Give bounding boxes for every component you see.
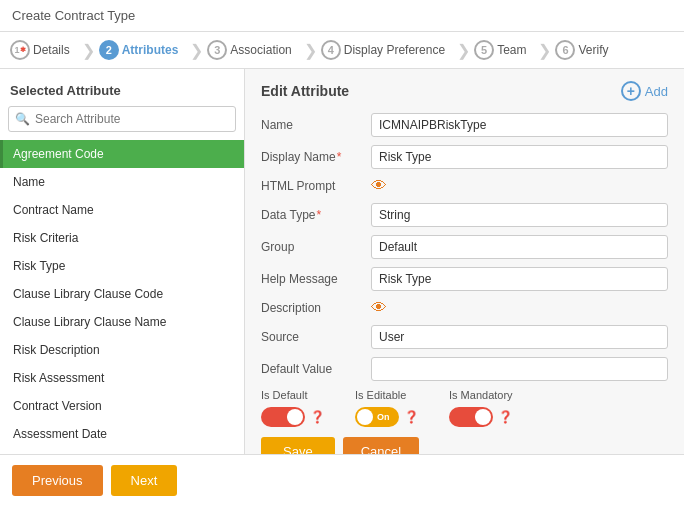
eye-icon-html[interactable]: 👁 xyxy=(371,177,387,194)
data-type-select[interactable]: String xyxy=(371,203,668,227)
step-3[interactable]: 3 Association xyxy=(207,40,299,60)
step-6[interactable]: 6 Verify xyxy=(555,40,616,60)
save-button[interactable]: Save xyxy=(261,437,335,454)
step-badge-6: 6 xyxy=(555,40,575,60)
right-panel: Edit Attribute + Add Name Display Name* xyxy=(245,69,684,454)
is-editable-help-icon[interactable]: ❓ xyxy=(404,410,419,424)
field-source: Source User xyxy=(261,325,668,349)
is-default-state: Off xyxy=(287,412,300,422)
step-badge-1: 1✱ xyxy=(10,40,30,60)
is-editable-label: Is Editable xyxy=(355,389,419,401)
page-title: Create Contract Type xyxy=(0,0,684,32)
divider-1: ❯ xyxy=(82,41,95,60)
list-item[interactable]: Risk Type xyxy=(0,252,244,280)
step-badge-4: 4 xyxy=(321,40,341,60)
attribute-list: Agreement Code Name Contract Name Risk C… xyxy=(0,140,244,444)
previous-button[interactable]: Previous xyxy=(12,465,103,496)
is-default-wrap: Off ❓ xyxy=(261,407,325,427)
step-badge-3: 3 xyxy=(207,40,227,60)
divider-4: ❯ xyxy=(457,41,470,60)
data-type-value: String xyxy=(371,203,668,227)
is-mandatory-label: Is Mandatory xyxy=(449,389,513,401)
list-item[interactable]: Risk Assessment xyxy=(0,364,244,392)
toggle-is-default: Is Default Off ❓ xyxy=(261,389,325,427)
footer: Previous Next xyxy=(0,454,684,506)
help-message-input[interactable] xyxy=(371,267,668,291)
name-value xyxy=(371,113,668,137)
source-label: Source xyxy=(261,330,371,344)
group-label: Group xyxy=(261,240,371,254)
cancel-button[interactable]: Cancel xyxy=(343,437,419,454)
toggle-thumb xyxy=(357,409,373,425)
list-item[interactable]: Name xyxy=(0,168,244,196)
step-2[interactable]: 2 Attributes xyxy=(99,40,187,60)
name-label: Name xyxy=(261,118,371,132)
page: Create Contract Type 1✱ Details ❯ 2 Attr… xyxy=(0,0,684,506)
step-label-3: Association xyxy=(230,43,291,57)
step-label-5: Team xyxy=(497,43,526,57)
list-item[interactable]: Agreement Code xyxy=(0,140,244,168)
is-editable-state: On xyxy=(377,412,390,422)
name-input[interactable] xyxy=(371,113,668,137)
field-default-value: Default Value xyxy=(261,357,668,381)
is-mandatory-toggle[interactable]: Off xyxy=(449,407,493,427)
field-help-message: Help Message xyxy=(261,267,668,291)
step-label-2: Attributes xyxy=(122,43,179,57)
field-name: Name xyxy=(261,113,668,137)
search-icon: 🔍 xyxy=(15,112,30,126)
list-item[interactable]: Contract Name xyxy=(0,196,244,224)
field-group: Group xyxy=(261,235,668,259)
html-prompt-label: HTML Prompt xyxy=(261,179,371,193)
field-display-name: Display Name* xyxy=(261,145,668,169)
step-1[interactable]: 1✱ Details xyxy=(10,40,78,60)
group-input[interactable] xyxy=(371,235,668,259)
field-html-prompt: HTML Prompt 👁 xyxy=(261,177,668,195)
add-label: Add xyxy=(645,84,668,99)
description-label: Description xyxy=(261,301,371,315)
divider-3: ❯ xyxy=(304,41,317,60)
is-mandatory-help-icon[interactable]: ❓ xyxy=(498,410,513,424)
list-item[interactable]: Risk Criteria xyxy=(0,224,244,252)
add-button[interactable]: + Add xyxy=(621,81,668,101)
step-badge-2: 2 xyxy=(99,40,119,60)
source-value: User xyxy=(371,325,668,349)
search-box: 🔍 xyxy=(8,106,236,132)
is-default-toggle[interactable]: Off xyxy=(261,407,305,427)
divider-2: ❯ xyxy=(190,41,203,60)
default-value-label: Default Value xyxy=(261,362,371,376)
description-value: 👁 xyxy=(371,299,668,317)
list-item[interactable]: Clause Library Clause Code xyxy=(0,280,244,308)
edit-header: Edit Attribute + Add xyxy=(261,81,668,101)
step-label-6: Verify xyxy=(578,43,608,57)
data-type-label: Data Type* xyxy=(261,208,371,222)
toggle-is-editable: Is Editable On ❓ xyxy=(355,389,419,427)
default-value-field xyxy=(371,357,668,381)
search-input[interactable] xyxy=(8,106,236,132)
list-item[interactable]: Contract Version xyxy=(0,392,244,420)
display-name-input[interactable] xyxy=(371,145,668,169)
next-button[interactable]: Next xyxy=(111,465,178,496)
left-panel: Selected Attribute 🔍 Agreement Code Name… xyxy=(0,69,245,454)
step-5[interactable]: 5 Team xyxy=(474,40,534,60)
help-message-value xyxy=(371,267,668,291)
list-item[interactable]: Risk Description xyxy=(0,336,244,364)
field-description: Description 👁 xyxy=(261,299,668,317)
step-4[interactable]: 4 Display Preference xyxy=(321,40,453,60)
is-editable-toggle[interactable]: On xyxy=(355,407,399,427)
is-mandatory-state: Off xyxy=(475,412,488,422)
step-label-4: Display Preference xyxy=(344,43,445,57)
help-message-label: Help Message xyxy=(261,272,371,286)
left-panel-title: Selected Attribute xyxy=(0,79,244,106)
toggles-row: Is Default Off ❓ Is Editable xyxy=(261,389,668,427)
display-name-value xyxy=(371,145,668,169)
is-default-help-icon[interactable]: ❓ xyxy=(310,410,325,424)
eye-icon-description[interactable]: 👁 xyxy=(371,299,387,316)
list-item[interactable]: Assessment Date xyxy=(0,420,244,444)
list-item[interactable]: Clause Library Clause Name xyxy=(0,308,244,336)
step-label-1: Details xyxy=(33,43,70,57)
source-select[interactable]: User xyxy=(371,325,668,349)
divider-5: ❯ xyxy=(538,41,551,60)
default-value-input[interactable] xyxy=(371,357,668,381)
action-buttons: Save Cancel xyxy=(261,437,668,454)
field-data-type: Data Type* String xyxy=(261,203,668,227)
